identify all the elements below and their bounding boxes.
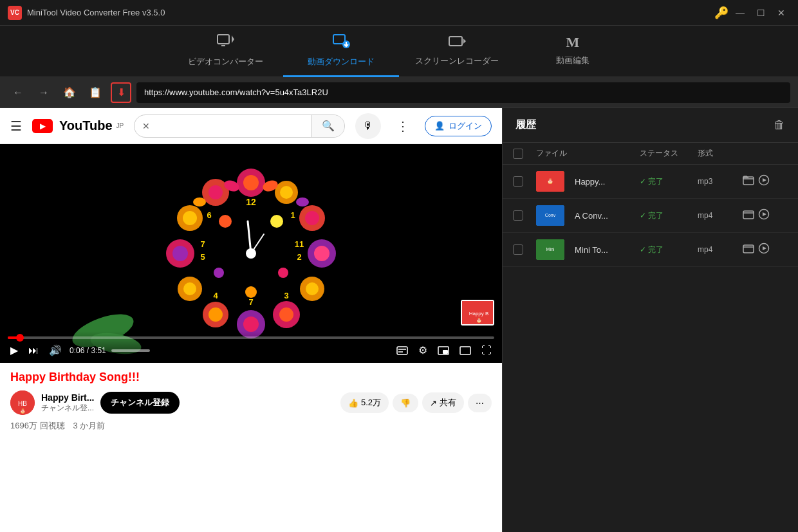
mic-button[interactable]: 🎙 — [355, 113, 381, 139]
miniplayer-button[interactable] — [435, 345, 452, 356]
video-info: Happy Birthday Song!!! HB 🎂 Happy Birt..… — [0, 363, 502, 439]
youtube-menu-button[interactable]: ☰ — [10, 118, 22, 134]
select-all-checkbox[interactable] — [513, 149, 523, 159]
screen-recorder-icon — [448, 34, 466, 51]
theater-button[interactable] — [457, 345, 474, 356]
tab-video-converter[interactable]: ビデオコンバーター — [167, 26, 283, 77]
svg-point-40 — [214, 268, 224, 278]
more-button[interactable]: ⋮ — [391, 118, 414, 134]
item-3-thumbnail: Mini — [536, 239, 564, 260]
forward-button[interactable]: → — [33, 82, 54, 103]
play-button[interactable]: ▶ — [8, 343, 21, 358]
pip-thumbnail: Happy B 🎂 — [461, 300, 494, 326]
svg-point-32 — [209, 185, 223, 199]
item-3-format: mp4 — [698, 245, 743, 254]
subscribe-button[interactable]: チャンネル登録 — [100, 392, 180, 414]
svg-point-39 — [278, 268, 288, 278]
svg-point-38 — [219, 215, 232, 228]
settings-button[interactable]: ⚙ — [416, 343, 430, 358]
share-button[interactable]: ↗ 共有 — [422, 392, 464, 413]
progress-bar[interactable] — [8, 336, 494, 339]
item-3-play-button[interactable] — [758, 243, 770, 257]
item-1-thumbnail: 🎂 — [536, 171, 564, 192]
restore-button[interactable]: ☐ — [752, 4, 770, 22]
svg-marker-1 — [232, 35, 234, 43]
item-1-folder-button[interactable] — [743, 174, 754, 188]
item-2-format: mp4 — [698, 211, 743, 220]
delete-all-button[interactable]: 🗑 — [774, 118, 785, 132]
youtube-logo: YouTube JP — [32, 118, 124, 133]
svg-point-14 — [305, 211, 319, 225]
item-3-status: ✓ 完了 — [640, 244, 698, 255]
search-clear-button[interactable]: ✕ — [135, 121, 158, 131]
video-stats: 1696万 回視聴 3 か月前 — [10, 420, 492, 432]
url-input[interactable] — [136, 82, 790, 103]
item-1-play-button[interactable] — [758, 174, 770, 188]
signin-button[interactable]: 👤 ログイン — [425, 116, 492, 136]
like-button[interactable]: 👍 5.2万 — [340, 392, 389, 413]
item-2-play-button[interactable] — [758, 208, 770, 223]
svg-point-20 — [279, 307, 293, 322]
item-2-checkbox[interactable] — [513, 210, 523, 221]
item-3-actions — [743, 243, 788, 257]
channel-sub: チャンネル登... — [41, 403, 94, 414]
svg-point-28 — [172, 246, 188, 261]
svg-rect-6 — [449, 37, 462, 46]
youtube-logo-jp: JP — [116, 122, 124, 129]
svg-text:🎂: 🎂 — [476, 317, 482, 323]
item-3-folder-button[interactable] — [743, 243, 754, 257]
tab-video-edit[interactable]: M 動画編集 — [515, 26, 631, 77]
col-format-header: 形式 — [698, 148, 743, 159]
svg-text:11: 11 — [295, 239, 304, 249]
item-2-thumbnail: Conv — [536, 205, 564, 226]
svg-text:HB: HB — [18, 400, 27, 407]
minimize-button[interactable]: — — [731, 4, 749, 22]
search-submit-button[interactable]: 🔍 — [311, 115, 344, 138]
main-content: ☰ YouTube JP ✕ 🔍 🎙 ⋮ 👤 ログイン — [0, 108, 798, 532]
paste-button[interactable]: 📋 — [85, 82, 106, 103]
video-player[interactable]: 12 1 2 3 4 5 6 7 11 7 — [0, 144, 502, 363]
download-item: Mini Mini To... ✓ 完了 mp4 — [503, 233, 798, 267]
channel-avatar: HB 🎂 — [10, 390, 35, 415]
svg-marker-83 — [763, 246, 766, 250]
volume-button[interactable]: 🔊 — [46, 343, 64, 358]
svg-rect-60 — [397, 347, 407, 354]
volume-slider[interactable] — [111, 349, 150, 352]
search-input[interactable] — [158, 121, 311, 131]
tab-label-video-converter: ビデオコンバーター — [188, 56, 263, 68]
tab-label-screen-recorder: スクリーンレコーダー — [415, 55, 499, 67]
home-button[interactable]: 🏠 — [59, 82, 80, 103]
youtube-header: ☰ YouTube JP ✕ 🔍 🎙 ⋮ 👤 ログイン — [0, 108, 502, 144]
app-icon: VC — [8, 6, 22, 20]
item-3-checkbox[interactable] — [513, 244, 523, 255]
item-1-name: Happy... — [570, 177, 640, 187]
svg-point-41 — [245, 286, 257, 298]
next-button[interactable]: ⏭ — [26, 344, 41, 358]
progress-dot — [16, 334, 24, 342]
tab-video-download[interactable]: 動画ダウンロード — [283, 26, 399, 77]
subtitle-button[interactable] — [394, 345, 411, 356]
action-buttons: 👍 5.2万 👎 ↗ 共有 ⋯ — [340, 392, 492, 413]
download-button[interactable]: ⬇ — [111, 82, 131, 103]
close-button[interactable]: ✕ — [772, 4, 790, 22]
more-options-button[interactable]: ⋯ — [468, 394, 492, 412]
svg-marker-73 — [763, 178, 766, 182]
youtube-content: 12 1 2 3 4 5 6 7 11 7 — [0, 144, 502, 532]
youtube-search-bar: ✕ 🔍 — [134, 115, 345, 138]
sidebar-pane: 履歴 🗑 ファイル ステータス 形式 🎂 Happy... ✓ 完了 mp3 — [502, 108, 798, 532]
back-button[interactable]: ← — [8, 82, 28, 103]
download-item: 🎂 Happy... ✓ 完了 mp3 — [503, 165, 798, 199]
item-2-name: A Conv... — [570, 211, 640, 221]
svg-text:🎂: 🎂 — [20, 408, 26, 414]
tab-label-video-edit: 動画編集 — [556, 55, 589, 66]
item-2-folder-button[interactable] — [743, 208, 754, 223]
svg-text:Mini: Mini — [546, 247, 555, 252]
fullscreen-button[interactable]: ⛶ — [479, 344, 494, 358]
dislike-button[interactable]: 👎 — [393, 394, 418, 412]
item-1-checkbox[interactable] — [513, 176, 523, 187]
channel-info: Happy Birt... チャンネル登... — [41, 392, 94, 414]
svg-text:1: 1 — [290, 210, 295, 220]
svg-text:2: 2 — [297, 252, 301, 262]
browser-pane: ☰ YouTube JP ✕ 🔍 🎙 ⋮ 👤 ログイン — [0, 108, 502, 532]
tab-screen-recorder[interactable]: スクリーンレコーダー — [399, 26, 515, 77]
